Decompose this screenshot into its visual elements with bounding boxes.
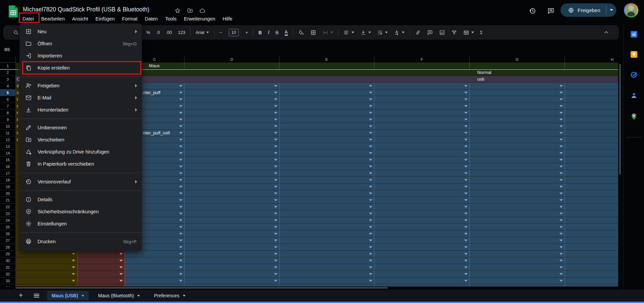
dropdown-chip-icon[interactable] — [464, 280, 468, 282]
contacts-icon[interactable] — [630, 91, 638, 99]
dropdown-chip-icon[interactable] — [464, 179, 468, 181]
cell-G7[interactable] — [469, 103, 565, 110]
dropdown-chip-icon[interactable] — [179, 179, 182, 181]
row-header-2[interactable]: 2 — [0, 69, 15, 76]
cell-G31[interactable] — [469, 264, 565, 271]
dropdown-chip-icon[interactable] — [274, 206, 277, 208]
row-header-27[interactable]: 27 — [0, 237, 15, 244]
cell-E2[interactable] — [279, 69, 374, 76]
cell-H30[interactable] — [565, 257, 618, 264]
cell-A32[interactable] — [15, 271, 77, 277]
dropdown-chip-icon[interactable] — [559, 260, 563, 262]
font-size-decrease[interactable]: − — [216, 30, 225, 35]
dropdown-chip-icon[interactable] — [559, 213, 563, 215]
dropdown-chip-icon[interactable] — [559, 240, 563, 242]
dropdown-chip-icon[interactable] — [464, 240, 468, 242]
dropdown-chip-icon[interactable] — [559, 266, 563, 268]
dropdown-chip-icon[interactable] — [119, 273, 123, 275]
horizontal-scrollbar[interactable] — [15, 287, 388, 289]
cell-F18[interactable] — [374, 177, 469, 183]
dropdown-chip-icon[interactable] — [179, 213, 182, 215]
dropdown-chip-icon[interactable] — [179, 152, 182, 154]
dropdown-chip-icon[interactable] — [179, 98, 182, 100]
cell-D34[interactable] — [184, 284, 279, 287]
cell-E24[interactable] — [279, 217, 374, 224]
row-header-7[interactable]: 7 — [0, 103, 15, 110]
cell-G26[interactable] — [469, 230, 565, 237]
cell-D30[interactable] — [184, 257, 279, 264]
cell-E34[interactable] — [279, 284, 374, 287]
dropdown-chip-icon[interactable] — [179, 105, 182, 107]
cell-D6[interactable] — [184, 96, 279, 103]
version-history-icon[interactable] — [529, 7, 536, 15]
cell-C33[interactable] — [124, 277, 184, 284]
dropdown-chip-icon[interactable] — [464, 253, 468, 255]
functions[interactable]: Σ — [477, 30, 486, 35]
cell-C29[interactable] — [124, 251, 184, 257]
merge-cells[interactable] — [319, 30, 336, 36]
dropdown-chip-icon[interactable] — [369, 166, 372, 168]
menubar-item-hilfe[interactable]: Hilfe — [219, 15, 236, 23]
dropdown-chip-icon[interactable] — [179, 226, 182, 228]
row-header-30[interactable]: 30 — [0, 257, 15, 264]
all-sheets-icon[interactable] — [33, 292, 40, 299]
cell-H26[interactable] — [565, 230, 618, 237]
cell-B30[interactable] — [77, 257, 124, 264]
dropdown-chip-icon[interactable] — [369, 186, 372, 188]
cell-D27[interactable] — [184, 237, 279, 244]
cell-F28[interactable] — [374, 244, 469, 251]
dropdown-chip-icon[interactable] — [179, 186, 182, 188]
cell-E23[interactable] — [279, 210, 374, 217]
row-header-17[interactable]: 17 — [0, 170, 15, 177]
menu-item-kopie-erstellen[interactable]: Kopie erstellen — [19, 62, 142, 74]
dropdown-chip-icon[interactable] — [179, 192, 182, 194]
dropdown-chip-icon[interactable] — [179, 266, 182, 268]
cell-E10[interactable] — [279, 123, 374, 130]
dropdown-chip-icon[interactable] — [464, 273, 468, 275]
cell-H7[interactable] — [565, 103, 618, 110]
dropdown-chip-icon[interactable] — [274, 219, 277, 221]
menubar-item-tools[interactable]: Tools — [161, 15, 180, 23]
menubar-item-erweiterungen[interactable]: Erweiterungen — [180, 15, 219, 23]
dropdown-chip-icon[interactable] — [274, 266, 277, 268]
cell-G16[interactable] — [469, 163, 565, 170]
cell-D22[interactable] — [184, 204, 279, 210]
menu-item-sicherheitseinschränkungen[interactable]: @Sicherheitseinschränkungen — [19, 206, 142, 218]
cell-G20[interactable] — [469, 190, 565, 197]
dropdown-chip-icon[interactable] — [119, 253, 123, 255]
cell-D18[interactable] — [184, 177, 279, 183]
increase-decimal[interactable]: .00 — [163, 30, 175, 35]
dropdown-chip-icon[interactable] — [369, 85, 372, 87]
cell-E22[interactable] — [279, 204, 374, 210]
cell-G8[interactable] — [469, 110, 565, 116]
dropdown-chip-icon[interactable] — [119, 260, 123, 262]
cell-G24[interactable] — [469, 217, 565, 224]
dropdown-chip-icon[interactable] — [559, 145, 563, 147]
cell-E33[interactable] — [279, 277, 374, 284]
cell-F5[interactable] — [374, 89, 469, 96]
dropdown-chip-icon[interactable] — [369, 266, 372, 268]
cell-H28[interactable] — [565, 244, 618, 251]
fill-color[interactable] — [295, 30, 307, 36]
dropdown-chip-icon[interactable] — [179, 206, 182, 208]
cell-H8[interactable] — [565, 110, 618, 116]
cell-D26[interactable] — [184, 230, 279, 237]
menu-item-importieren[interactable]: Importieren — [19, 50, 142, 62]
cell-E20[interactable] — [279, 190, 374, 197]
dropdown-chip-icon[interactable] — [559, 273, 563, 275]
menubar-item-bearbeiten[interactable]: Bearbeiten — [38, 15, 68, 23]
cell-F8[interactable] — [374, 110, 469, 116]
dropdown-chip-icon[interactable] — [464, 125, 468, 127]
dropdown-chip-icon[interactable] — [464, 172, 468, 174]
dropdown-chip-icon[interactable] — [464, 260, 468, 262]
cell-G14[interactable] — [469, 150, 565, 157]
dropdown-chip-icon[interactable] — [274, 159, 277, 161]
dropdown-chip-icon[interactable] — [179, 166, 182, 168]
cloud-status-icon[interactable] — [199, 7, 206, 14]
cell-D17[interactable] — [184, 170, 279, 177]
dropdown-chip-icon[interactable] — [369, 226, 372, 228]
dropdown-chip-icon[interactable] — [464, 119, 468, 121]
cell-G30[interactable] — [469, 257, 565, 264]
cell-H14[interactable] — [565, 150, 618, 157]
percent-format[interactable]: % — [143, 30, 153, 35]
